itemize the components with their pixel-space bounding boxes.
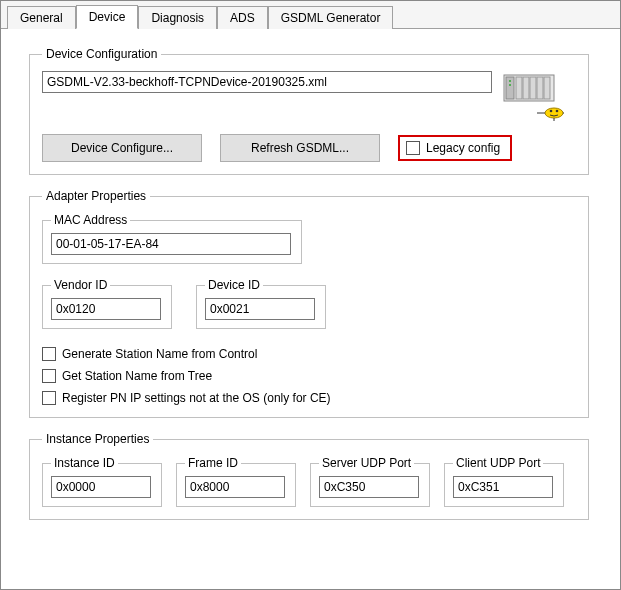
svg-rect-2 (516, 77, 522, 99)
legacy-config-highlight: Legacy config (398, 135, 512, 161)
svg-point-8 (509, 84, 511, 86)
refresh-gsdml-button[interactable]: Refresh GSDML... (220, 134, 380, 162)
client-udp-port-group: Client UDP Port (444, 456, 564, 507)
tab-device[interactable]: Device (76, 5, 139, 29)
adapter-properties-group: Adapter Properties MAC Address Vendor ID… (29, 189, 589, 418)
device-configuration-group: Device Configuration (29, 47, 589, 175)
gsdml-filename-input[interactable] (42, 71, 492, 93)
frame-id-group: Frame ID (176, 456, 296, 507)
frame-id-legend: Frame ID (185, 456, 241, 470)
generate-station-name-checkbox[interactable] (42, 347, 56, 361)
mac-address-legend: MAC Address (51, 213, 130, 227)
tab-content: Device Configuration (1, 29, 620, 546)
legacy-config-checkbox[interactable] (406, 141, 420, 155)
client-udp-port-input[interactable] (453, 476, 553, 498)
device-id-legend: Device ID (205, 278, 263, 292)
adapter-properties-legend: Adapter Properties (42, 189, 150, 203)
device-configuration-legend: Device Configuration (42, 47, 161, 61)
legacy-config-label: Legacy config (426, 141, 500, 155)
server-udp-port-legend: Server UDP Port (319, 456, 414, 470)
vendor-id-legend: Vendor ID (51, 278, 110, 292)
frame-id-input[interactable] (185, 476, 285, 498)
get-station-name-label: Get Station Name from Tree (62, 369, 212, 383)
svg-point-7 (509, 80, 511, 82)
svg-rect-6 (544, 77, 550, 99)
device-module-icon (502, 71, 564, 124)
instance-id-group: Instance ID (42, 456, 162, 507)
device-id-input[interactable] (205, 298, 315, 320)
tab-general[interactable]: General (7, 6, 76, 29)
vendor-id-input[interactable] (51, 298, 161, 320)
svg-point-14 (556, 110, 559, 113)
instance-properties-group: Instance Properties Instance ID Frame ID… (29, 432, 589, 520)
tab-gsdml-generator[interactable]: GSDML Generator (268, 6, 394, 29)
svg-point-13 (550, 110, 553, 113)
client-udp-port-legend: Client UDP Port (453, 456, 543, 470)
instance-id-input[interactable] (51, 476, 151, 498)
svg-rect-4 (530, 77, 536, 99)
tab-strip: General Device Diagnosis ADS GSDML Gener… (1, 1, 620, 29)
register-pn-ip-checkbox[interactable] (42, 391, 56, 405)
tab-diagnosis[interactable]: Diagnosis (138, 6, 217, 29)
register-pn-ip-label: Register PN IP settings not at the OS (o… (62, 391, 331, 405)
generate-station-name-label: Generate Station Name from Control (62, 347, 257, 361)
device-configure-button[interactable]: Device Configure... (42, 134, 202, 162)
get-station-name-checkbox[interactable] (42, 369, 56, 383)
mac-address-group: MAC Address (42, 213, 302, 264)
instance-properties-legend: Instance Properties (42, 432, 153, 446)
vendor-id-group: Vendor ID (42, 278, 172, 329)
mac-address-input[interactable] (51, 233, 291, 255)
instance-id-legend: Instance ID (51, 456, 118, 470)
svg-rect-3 (523, 77, 529, 99)
server-udp-port-input[interactable] (319, 476, 419, 498)
server-udp-port-group: Server UDP Port (310, 456, 430, 507)
svg-rect-5 (537, 77, 543, 99)
tab-ads[interactable]: ADS (217, 6, 268, 29)
device-id-group: Device ID (196, 278, 326, 329)
